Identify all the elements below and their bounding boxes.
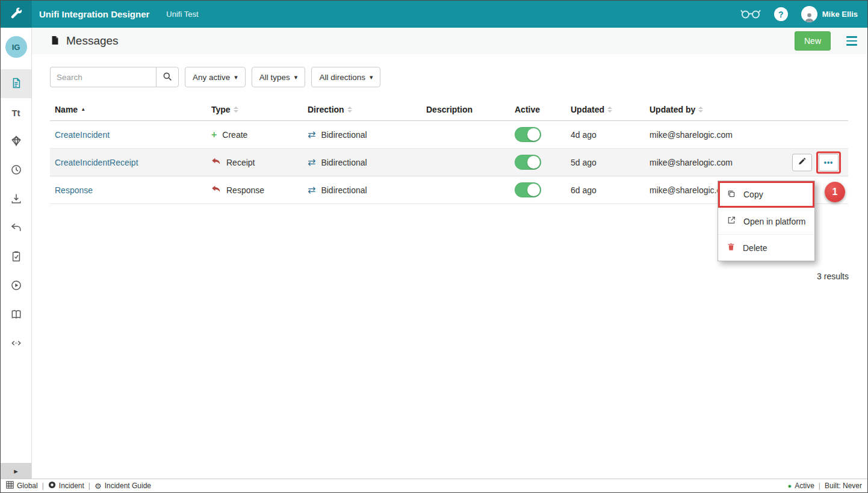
topbar: Unifi Integration Designer Unifi Test ? …	[1, 1, 867, 28]
plus-icon: +	[211, 130, 217, 140]
sort-icon	[234, 107, 238, 113]
sort-icon	[698, 107, 703, 113]
sort-icon	[607, 107, 612, 113]
pencil-icon	[798, 157, 807, 168]
menu-icon[interactable]	[845, 34, 858, 48]
sidebar-item-api[interactable]	[1, 329, 31, 358]
scope-global[interactable]: Global	[6, 481, 38, 491]
user-menu[interactable]: Mike Ellis	[801, 6, 858, 22]
column-header-updated-by[interactable]: Updated by	[645, 105, 848, 114]
chevron-down-icon: ▾	[234, 73, 238, 81]
sidebar: IG Tt	[1, 28, 32, 479]
menu-item-delete[interactable]: Delete	[718, 234, 814, 261]
search-input[interactable]	[50, 67, 156, 87]
environment-name[interactable]: Unifi Test	[166, 10, 198, 19]
gear-icon: ⚙	[95, 482, 102, 490]
clipboard-check-icon	[10, 250, 22, 264]
document-icon	[10, 77, 22, 91]
download-icon	[10, 193, 22, 206]
sidebar-collapse-toggle[interactable]: ▸	[1, 463, 31, 479]
direction-filter-dropdown[interactable]: All directions ▾	[311, 67, 380, 87]
search-icon	[163, 72, 172, 83]
context-incident[interactable]: Incident	[48, 481, 84, 491]
sidebar-item-integrations[interactable]	[1, 127, 31, 156]
sidebar-item-run[interactable]	[1, 271, 31, 300]
annotation-step-badge: 1	[825, 182, 845, 202]
built-status: Built: Never	[825, 482, 862, 490]
sidebar-item-tasks[interactable]	[1, 243, 31, 271]
column-header-updated[interactable]: Updated	[566, 105, 645, 114]
sidebar-item-docs[interactable]	[1, 300, 31, 329]
response-reply-icon	[211, 185, 221, 195]
type-filter-dropdown[interactable]: All types ▾	[252, 67, 306, 87]
context-menu: Copy Open in platform Delete	[718, 181, 815, 261]
sidebar-item-messages[interactable]	[1, 69, 31, 98]
chevron-down-icon: ▾	[294, 73, 298, 81]
message-name-link[interactable]: CreateIncidentReceipt	[55, 158, 138, 167]
sidebar-item-import[interactable]	[1, 185, 31, 214]
search-button[interactable]	[156, 67, 179, 87]
app-window: Unifi Integration Designer Unifi Test ? …	[0, 0, 868, 493]
sort-asc-icon: ▲	[81, 107, 85, 112]
play-circle-icon	[10, 279, 22, 293]
table-header: Name ▲ Type Direction Description Active	[50, 98, 848, 121]
bidirectional-icon: ⇄	[308, 130, 315, 140]
messages-icon	[50, 34, 60, 48]
column-header-description[interactable]: Description	[421, 105, 510, 114]
book-icon	[10, 308, 22, 322]
table-row: CreateIncident + Create ⇄ Bidirectional …	[50, 121, 848, 149]
more-actions-button[interactable]: •••	[819, 153, 839, 171]
message-name-link[interactable]: Response	[55, 185, 93, 195]
glasses-icon[interactable]	[740, 8, 761, 20]
context-incident-guide[interactable]: ⚙ Incident Guide	[95, 482, 151, 490]
copy-icon	[727, 189, 736, 200]
user-avatar-icon	[801, 6, 817, 22]
user-name: Mike Ellis	[822, 10, 858, 19]
active-toggle[interactable]	[515, 127, 541, 142]
new-button[interactable]: New	[795, 31, 831, 51]
sidebar-nav: Tt	[1, 69, 31, 358]
column-header-direction[interactable]: Direction	[303, 105, 421, 114]
help-icon[interactable]: ?	[774, 7, 788, 21]
edit-button[interactable]	[792, 153, 812, 171]
menu-item-copy[interactable]: Copy	[718, 181, 814, 208]
trash-icon	[727, 242, 736, 253]
menu-item-open-in-platform[interactable]: Open in platform	[718, 208, 814, 234]
workspace-avatar[interactable]: IG	[5, 36, 27, 58]
page-header: Messages New	[32, 28, 867, 54]
app-title: Unifi Integration Designer	[39, 9, 149, 19]
history-clock-icon	[10, 164, 22, 178]
grid-icon	[6, 481, 14, 491]
column-header-name[interactable]: Name ▲	[50, 105, 206, 114]
incident-icon	[48, 481, 56, 491]
app-logo[interactable]	[1, 1, 32, 28]
reply-arrow-icon	[10, 222, 22, 235]
active-filter-dropdown[interactable]: Any active ▾	[185, 67, 246, 87]
wrench-icon	[10, 7, 23, 22]
column-header-active[interactable]: Active	[510, 105, 566, 114]
filter-bar: Any active ▾ All types ▾ All directions …	[50, 67, 867, 87]
sidebar-item-responses[interactable]	[1, 214, 31, 243]
active-toggle[interactable]	[515, 182, 541, 197]
annotation-highlight-box: •••	[816, 151, 841, 173]
receipt-reply-icon	[211, 157, 221, 167]
message-name-link[interactable]: CreateIncident	[55, 130, 110, 140]
ellipsis-icon: •••	[822, 159, 836, 166]
external-link-icon	[727, 215, 736, 227]
bidirectional-icon: ⇄	[308, 185, 315, 195]
bidirectional-icon: ⇄	[308, 158, 315, 167]
column-header-type[interactable]: Type	[206, 105, 303, 114]
page-title: Messages	[66, 34, 119, 48]
chevron-right-icon: ▸	[14, 467, 18, 476]
statusbar: Global | Incident | ⚙ Incident Guide ● A…	[1, 479, 867, 492]
code-icon	[10, 337, 22, 351]
sidebar-item-history[interactable]	[1, 156, 31, 185]
sidebar-item-fields[interactable]: Tt	[1, 98, 31, 127]
chevron-down-icon: ▾	[370, 73, 373, 81]
active-toggle[interactable]	[515, 155, 541, 170]
text-icon: Tt	[11, 108, 20, 118]
gem-icon	[10, 135, 22, 149]
table-row: CreateIncidentReceipt Receipt ⇄ Bidirect…	[50, 149, 848, 176]
status-active: ● Active	[788, 482, 814, 490]
sort-icon	[347, 107, 352, 113]
